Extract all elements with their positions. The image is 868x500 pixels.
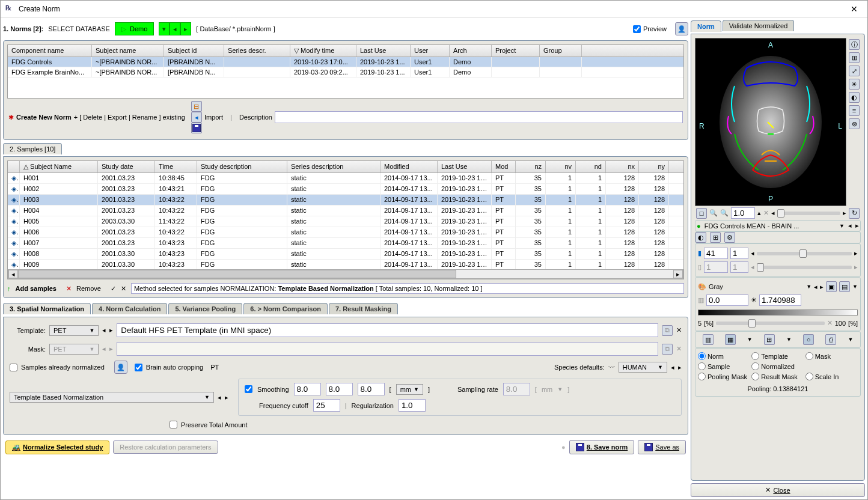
smoothing-checkbox[interactable] bbox=[245, 385, 252, 393]
thr-hi-input[interactable] bbox=[759, 294, 801, 306]
samples-row[interactable]: ◈H0082001.03.3010:43:23FDGstatic2014-09-… bbox=[8, 249, 683, 260]
norms-col-header[interactable]: Group bbox=[540, 45, 582, 56]
db-next-icon[interactable]: ▸ bbox=[180, 22, 191, 35]
person-icon-2[interactable]: 👤 bbox=[114, 361, 127, 374]
tool-icon-6[interactable]: ⊗ bbox=[849, 118, 860, 129]
tool-icon-1[interactable]: ⊞ bbox=[849, 52, 860, 63]
zoom-reset-icon[interactable]: □ bbox=[696, 208, 707, 219]
create-norm-button[interactable]: Create New Norm bbox=[16, 114, 72, 121]
samples-col-header[interactable]: Modified bbox=[381, 161, 438, 172]
horizontal-scrollbar[interactable]: ◂ ▸ bbox=[8, 269, 683, 279]
gear-icon[interactable]: ⚙ bbox=[724, 232, 735, 243]
scroll-left-icon[interactable]: ◂ bbox=[8, 270, 18, 278]
template-link-icon[interactable]: ⧉ bbox=[662, 325, 673, 336]
database-button[interactable]: ▷ Demo bbox=[115, 22, 154, 35]
template-path-input[interactable] bbox=[117, 323, 658, 337]
db-icon-1[interactable]: ⊟ bbox=[191, 101, 202, 112]
norms-col-header[interactable]: Component name bbox=[8, 45, 92, 56]
eye-icon[interactable]: ◈ bbox=[8, 249, 20, 259]
lut-gradient[interactable] bbox=[698, 309, 858, 316]
norms-col-header[interactable]: User bbox=[411, 45, 450, 56]
norms-col-header[interactable]: Subject id bbox=[164, 45, 224, 56]
norms-row[interactable]: FDG Example BrainNo...~[PBRAINDB NOR...[… bbox=[8, 67, 683, 78]
mask-path-input[interactable] bbox=[117, 342, 658, 356]
radio-scale[interactable] bbox=[805, 373, 813, 380]
norms-col-header[interactable]: Subject name bbox=[92, 45, 164, 56]
samples-tab[interactable]: 2. Samples [10] bbox=[3, 143, 62, 154]
save-icon[interactable] bbox=[191, 123, 202, 133]
tab-norm[interactable]: Norm bbox=[691, 20, 721, 32]
cm-opt1-icon[interactable]: ▣ bbox=[826, 281, 837, 292]
template-clear-icon[interactable]: ✕ bbox=[676, 326, 682, 334]
eye-icon[interactable]: ◈ bbox=[8, 216, 20, 227]
norms-col-header[interactable]: Arch bbox=[450, 45, 492, 56]
series-prev-icon[interactable]: ◂ bbox=[848, 222, 852, 230]
samples-col-header[interactable]: Series description bbox=[287, 161, 381, 172]
view-icon-3[interactable]: ⊞ bbox=[764, 334, 775, 345]
samples-col-header[interactable]: nz bbox=[516, 161, 546, 172]
eye-icon[interactable]: ◈ bbox=[8, 238, 20, 248]
smooth-z[interactable] bbox=[358, 383, 385, 395]
frame-b-input[interactable] bbox=[730, 248, 748, 259]
norms-col-header[interactable]: ▽ Modify time bbox=[290, 45, 356, 56]
samples-col-header[interactable]: Time bbox=[155, 161, 197, 172]
template-next-icon[interactable]: ▸ bbox=[109, 326, 113, 334]
reg-input[interactable] bbox=[399, 399, 426, 412]
norms-col-header[interactable]: Project bbox=[492, 45, 540, 56]
smooth-y[interactable] bbox=[326, 383, 353, 395]
tab-variance[interactable]: 5. Variance Pooling bbox=[168, 303, 242, 314]
view-icon-2[interactable]: ▦ bbox=[725, 334, 736, 345]
samples-row[interactable]: ◈H0042001.03.2310:43:22FDGstatic2014-09-… bbox=[8, 206, 683, 216]
radio-norm[interactable] bbox=[698, 352, 706, 360]
frame-a-input[interactable] bbox=[704, 248, 728, 259]
expand-icon[interactable]: ▴ bbox=[757, 209, 761, 217]
brain-viewer[interactable]: A P L R bbox=[695, 38, 846, 206]
radio-result[interactable] bbox=[751, 373, 759, 380]
eye-icon[interactable]: ◈ bbox=[8, 206, 20, 216]
zoom-prev-icon[interactable]: ◂ bbox=[771, 209, 775, 217]
tool-icon-4[interactable]: ◐ bbox=[849, 92, 860, 103]
norm-ops[interactable]: + [ Delete | Export | Rename ] existing bbox=[74, 114, 185, 121]
radio-pooling[interactable] bbox=[698, 373, 706, 380]
samples-row[interactable]: ◈H0022001.03.2310:43:21FDGstatic2014-09-… bbox=[8, 184, 683, 195]
eye-icon[interactable]: ◈ bbox=[8, 173, 20, 183]
zoom-input[interactable] bbox=[731, 207, 755, 219]
samples-col-header[interactable] bbox=[8, 161, 20, 172]
norms-col-header[interactable]: Last Use bbox=[356, 45, 411, 56]
samples-col-header[interactable]: Mod bbox=[492, 161, 516, 172]
species-prev-icon[interactable]: ◂ bbox=[671, 364, 674, 371]
samples-col-header[interactable]: Study description bbox=[197, 161, 287, 172]
method-prev-icon[interactable]: ◂ bbox=[218, 394, 221, 401]
samples-col-header[interactable]: △ Subject Name bbox=[20, 161, 98, 172]
tab-spatial[interactable]: 3. Spatial Normalization bbox=[3, 303, 91, 314]
tool-icon-5[interactable]: ≡ bbox=[849, 105, 860, 116]
cm-opt2-icon[interactable]: ▤ bbox=[839, 281, 850, 292]
tab-validate[interactable]: Validate Normalized bbox=[723, 20, 795, 31]
samples-row[interactable]: ◈H0072001.03.2310:43:23FDGstatic2014-09-… bbox=[8, 238, 683, 249]
series-next-icon[interactable]: ▸ bbox=[855, 222, 859, 230]
template-prev-icon[interactable]: ◂ bbox=[102, 326, 106, 334]
person-button[interactable]: 👤 bbox=[675, 22, 688, 35]
radio-normalized[interactable] bbox=[751, 362, 759, 370]
preserve-checkbox[interactable] bbox=[170, 421, 177, 428]
eye-icon[interactable]: ◈ bbox=[8, 184, 20, 194]
zoom-in-icon[interactable]: 🔍 bbox=[709, 209, 718, 217]
radio-sample[interactable] bbox=[698, 362, 706, 370]
series-dropdown-icon[interactable]: ▼ bbox=[839, 223, 845, 229]
clear-icon[interactable]: ✕ bbox=[121, 285, 126, 293]
close-icon[interactable]: ✕ bbox=[846, 3, 863, 15]
radio-template[interactable] bbox=[751, 352, 759, 360]
cm-prev-icon[interactable]: ◂ bbox=[814, 283, 818, 291]
samples-row[interactable]: ◈H0052003.03.3011:43:22FDGstatic2014-09-… bbox=[8, 216, 683, 227]
db-dropdown-icon[interactable]: ▾ bbox=[159, 22, 170, 35]
add-samples-button[interactable]: Add samples bbox=[16, 285, 57, 292]
tool-icon-3[interactable]: ☀ bbox=[849, 79, 860, 90]
samples-normalized-checkbox[interactable] bbox=[10, 364, 17, 371]
samples-row[interactable]: ◈H0032001.03.2310:43:22FDGstatic2014-09-… bbox=[8, 195, 683, 206]
frame-next-icon[interactable]: ▸ bbox=[854, 249, 858, 257]
preview-checkbox[interactable] bbox=[633, 25, 641, 33]
window-slider[interactable] bbox=[716, 322, 825, 325]
eye-icon[interactable]: ◈ bbox=[8, 260, 20, 269]
save-norm-button[interactable]: 8. Save norm bbox=[569, 440, 634, 454]
thr-lo-input[interactable] bbox=[706, 294, 748, 306]
